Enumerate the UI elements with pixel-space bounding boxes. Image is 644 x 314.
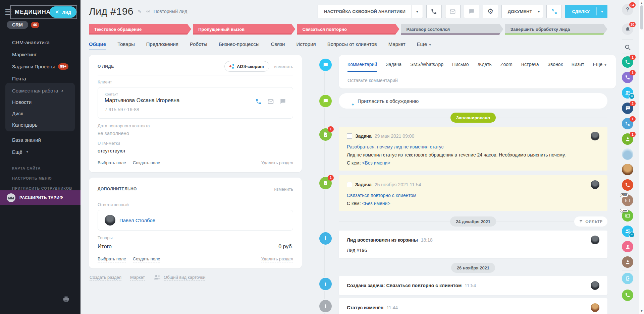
- upgrade-plan-button[interactable]: РАСШИРИТЬ ТАРИФ: [0, 190, 80, 205]
- tab-letter[interactable]: Письмо: [452, 62, 469, 72]
- crm-pill[interactable]: CRM: [7, 21, 28, 29]
- task-card[interactable]: Задача 25 ноября 2021 11:54 Связаться по…: [339, 175, 607, 211]
- event-card[interactable]: Лид восстановлен из корзины 18:18 Лид #1…: [339, 231, 607, 258]
- call-green-widget[interactable]: [622, 290, 633, 301]
- stage-contact-again[interactable]: Связаться повторно: [297, 24, 399, 35]
- delete-section-button[interactable]: Удалить раздел: [261, 160, 293, 166]
- sidebar-item-crm-analytics[interactable]: CRM-аналитика: [12, 36, 68, 48]
- telephony-teal-widget[interactable]: 1: [622, 56, 633, 68]
- contact-pink-widget[interactable]: [622, 241, 633, 252]
- select-field-button[interactable]: Выбрать поле: [98, 160, 126, 166]
- print-icon[interactable]: [62, 296, 70, 304]
- search-button[interactable]: [622, 42, 633, 53]
- field-value[interactable]: отсутствуют: [98, 148, 293, 153]
- tab-business-processes[interactable]: Бизнес-процессы: [219, 41, 260, 50]
- settings-button[interactable]: ⚙: [483, 5, 498, 18]
- event-card[interactable]: Создана задача: Связаться повторно с кли…: [339, 276, 607, 295]
- email-button[interactable]: [445, 5, 461, 18]
- tab-visit[interactable]: Визит: [572, 62, 584, 72]
- tab-more[interactable]: Еще▼: [593, 62, 607, 72]
- tab-general[interactable]: Общие: [89, 41, 106, 50]
- tab-call[interactable]: Звонок: [548, 62, 563, 72]
- sidebar-item-collaboration[interactable]: Совместная работа ▲: [12, 85, 75, 96]
- edit-section-link[interactable]: изменить: [274, 187, 293, 192]
- document-button[interactable]: ДОКУМЕНТ ▼: [501, 5, 543, 18]
- sitemap-link[interactable]: КАРТА САЙТА: [12, 163, 72, 173]
- task-card[interactable]: Задача 29 мая 2021 09:00 Разобраться, по…: [339, 127, 607, 171]
- tab-client-questions[interactable]: Вопросы от клиентов: [327, 41, 377, 50]
- tab-wait[interactable]: Ждать: [478, 62, 492, 72]
- sidebar-item-knowledge-base[interactable]: База знаний: [12, 134, 41, 146]
- market-button[interactable]: Маркет: [130, 275, 145, 281]
- tab-zoom[interactable]: Zoom: [500, 62, 513, 72]
- avatar[interactable]: [591, 132, 599, 140]
- crm-activity-widget[interactable]: ✉: [622, 87, 633, 99]
- avatar[interactable]: [622, 164, 633, 175]
- task-checkbox[interactable]: [347, 133, 352, 139]
- sidebar-item-news[interactable]: Новости: [12, 96, 75, 108]
- entity-chip[interactable]: ✕ лид: [50, 6, 76, 18]
- avatar[interactable]: [591, 303, 599, 312]
- scroll-up-arrow[interactable]: ▲: [639, 1, 644, 5]
- create-section-button[interactable]: Создать раздел: [90, 275, 121, 281]
- call-button[interactable]: [426, 5, 442, 18]
- call-red-widget[interactable]: [622, 179, 633, 191]
- task-title-link[interactable]: Связаться повторно с клиентом: [347, 193, 599, 198]
- tab-history[interactable]: История: [296, 41, 316, 50]
- page-scrollbar[interactable]: ▲ ▼: [639, 0, 644, 314]
- tab-market[interactable]: Маркет: [388, 41, 406, 50]
- copy-link-icon[interactable]: [146, 9, 151, 14]
- sidebar-item-marketing[interactable]: Маркетинг: [12, 48, 68, 60]
- comment-input[interactable]: Оставьте комментарий: [339, 72, 616, 88]
- filter-button[interactable]: ФИЛЬТР: [574, 216, 607, 227]
- configure-menu-link[interactable]: НАСТРОИТЬ МЕНЮ: [12, 173, 72, 183]
- invite-to-discussion-button[interactable]: + Пригласить к обсуждению: [339, 93, 607, 109]
- chevron-down-icon[interactable]: ▼: [412, 10, 423, 13]
- delete-section-button[interactable]: Удалить раздел: [261, 256, 293, 262]
- task-with-link[interactable]: <Без имени>: [362, 201, 390, 206]
- stage-text-request[interactable]: Текстовое обращение: [89, 24, 191, 35]
- group-chat-widget[interactable]: 2: [622, 103, 633, 114]
- tab-quotes[interactable]: Предложения: [146, 41, 178, 50]
- tab-robots[interactable]: Роботы: [190, 41, 207, 50]
- sidebar-item-drive[interactable]: Диск: [12, 108, 75, 119]
- edit-title-icon[interactable]: ✎: [138, 9, 142, 14]
- stage-conversation-held[interactable]: Разговор состоялся: [401, 24, 503, 35]
- create-field-button[interactable]: Создать поле: [133, 160, 160, 166]
- chat-contact-icon[interactable]: [279, 98, 286, 106]
- event-card[interactable]: Статус изменён 11:44 Текстовое обращение…: [339, 298, 607, 314]
- create-deal-button[interactable]: СДЕЛКУ ▼: [565, 5, 607, 18]
- contact-green-widget[interactable]: 1: [622, 133, 633, 145]
- analytics-settings-button[interactable]: НАСТРОЙКА СКВОЗНОЙ АНАЛИТИКИ ▼: [318, 5, 423, 18]
- chevron-down-icon[interactable]: ▼: [597, 10, 607, 13]
- tab-relations[interactable]: Связи: [271, 41, 285, 50]
- notifications-button[interactable]: 30: [622, 23, 633, 35]
- scrollbar-thumb[interactable]: [640, 5, 643, 29]
- sidebar-item-crm[interactable]: CRM 46: [7, 21, 39, 29]
- contact-card[interactable]: Контакт Мартьянова Оксана Игоревна 7 915…: [98, 87, 293, 119]
- ai-scoring-button[interactable]: AI24-скоринг: [224, 61, 270, 72]
- mobile-cloud-widget[interactable]: [622, 273, 633, 284]
- viber-widget[interactable]: 1: [622, 72, 633, 83]
- crm-activity-widget-2[interactable]: ✉: [622, 226, 633, 237]
- sidebar-item-calendar[interactable]: Календарь: [12, 119, 75, 130]
- help-button[interactable]: ? 64: [622, 4, 633, 15]
- avatar[interactable]: [591, 180, 599, 189]
- common-card-view-button[interactable]: Общий вид карточки: [164, 275, 205, 281]
- crm-form-brown-widget[interactable]: CRM: [622, 195, 633, 206]
- task-title-link[interactable]: Разобраться, почему лид не изменил стату…: [347, 144, 599, 149]
- task-checkbox[interactable]: [347, 182, 352, 187]
- crm-form-green-widget[interactable]: CRM: [622, 210, 633, 222]
- responsible-card[interactable]: Павел Столбов: [98, 210, 293, 231]
- fullscreen-button[interactable]: [546, 5, 562, 18]
- avatar[interactable]: [591, 236, 599, 244]
- tab-more[interactable]: Еще▼: [417, 41, 432, 50]
- create-field-button[interactable]: Создать поле: [133, 256, 160, 262]
- stage-missed-call[interactable]: Пропущенный вызов: [193, 24, 295, 35]
- field-value[interactable]: не заполнено: [98, 130, 293, 136]
- avatar[interactable]: [591, 281, 599, 290]
- contact-brown-widget[interactable]: [622, 256, 633, 268]
- email-contact-icon[interactable]: [267, 98, 274, 106]
- stage-finish-processing[interactable]: Завершить обработку лида: [505, 24, 607, 35]
- sidebar-item-tasks-projects[interactable]: Задачи и Проекты 99+: [12, 60, 68, 72]
